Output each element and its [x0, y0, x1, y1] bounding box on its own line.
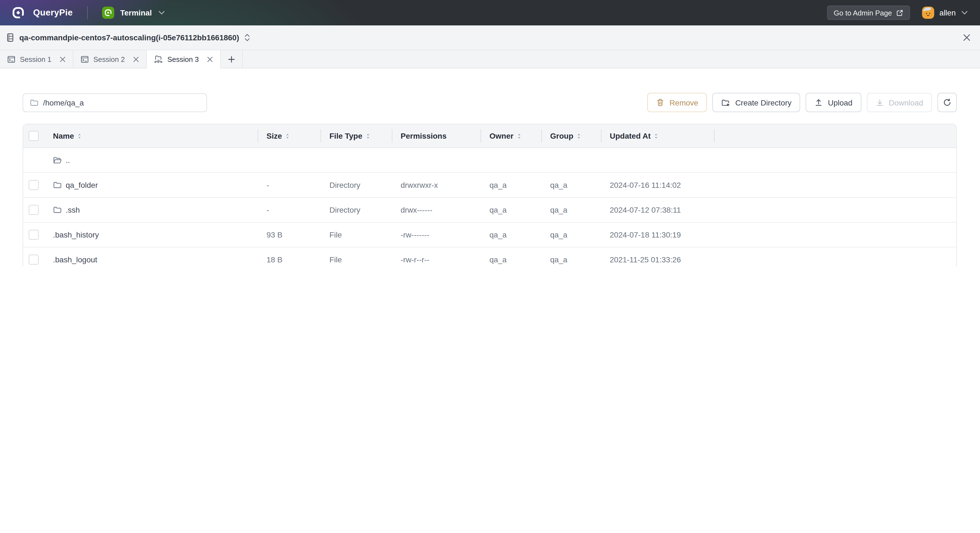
- chevron-down-icon: [158, 11, 165, 15]
- table-header: Name Size File Type Permissions Owner: [23, 124, 956, 148]
- open-folder-icon: [53, 156, 62, 164]
- upload-button[interactable]: Upload: [806, 93, 861, 112]
- user-menu[interactable]: allen: [922, 6, 968, 19]
- sort-icon: [77, 133, 82, 139]
- folder-icon: [30, 98, 39, 107]
- sftp-folder-icon: [154, 55, 163, 64]
- create-directory-button[interactable]: Create Directory: [713, 93, 800, 112]
- file-size: 18 B: [258, 247, 321, 266]
- session-selector-icon[interactable]: [245, 33, 250, 42]
- file-permissions: drwx------: [392, 198, 480, 222]
- select-all-checkbox[interactable]: [29, 131, 39, 141]
- file-name: .bash_logout: [53, 255, 97, 264]
- column-header-file-type[interactable]: File Type: [321, 124, 392, 147]
- sort-icon: [654, 133, 658, 139]
- download-button[interactable]: Download: [867, 93, 932, 112]
- row-checkbox[interactable]: [29, 255, 39, 265]
- file-owner: qa_a: [480, 173, 541, 197]
- table-row[interactable]: .bash_logout 18 B File -rw-r--r-- qa_a q…: [23, 247, 956, 266]
- row-checkbox[interactable]: [29, 230, 39, 240]
- session-host-title: qa-commandpie-centos7-autoscaling(i-05e7…: [19, 33, 239, 42]
- tab-session-2[interactable]: Session 2: [73, 50, 147, 69]
- column-header-owner[interactable]: Owner: [480, 124, 541, 147]
- column-header-updated-at[interactable]: Updated At: [601, 124, 714, 147]
- file-name: qa_folder: [66, 180, 98, 190]
- refresh-icon: [943, 98, 951, 107]
- file-type: File: [321, 247, 392, 266]
- trash-icon: [656, 98, 665, 107]
- tabs-filler: [243, 50, 980, 69]
- brand-name: QueryPie: [33, 8, 73, 18]
- create-directory-label: Create Directory: [735, 98, 792, 107]
- remove-label: Remove: [670, 98, 698, 107]
- upload-icon: [815, 98, 823, 107]
- row-checkbox[interactable]: [29, 180, 39, 190]
- folder-plus-icon: [721, 98, 730, 107]
- file-updated-at: 2024-07-18 11:30:19: [601, 223, 714, 247]
- file-updated-at: 2024-07-12 07:38:11: [601, 198, 714, 222]
- file-updated-at: 2024-07-16 11:14:02: [601, 173, 714, 197]
- file-size: 93 B: [258, 223, 321, 247]
- user-chevron-down-icon: [961, 11, 968, 15]
- table-row-parent-directory[interactable]: ..: [23, 148, 956, 173]
- terminal-window-icon: [7, 55, 16, 63]
- download-icon: [875, 98, 884, 107]
- file-group: qa_a: [541, 247, 601, 266]
- navbar-divider: [87, 6, 88, 19]
- file-type: Directory: [321, 173, 392, 197]
- file-name: .ssh: [66, 206, 80, 214]
- session-tabs-bar: Session 1 Session 2: [0, 50, 980, 69]
- tab-label: Session 3: [167, 55, 199, 63]
- user-name: allen: [939, 8, 956, 17]
- parent-directory-label: ..: [66, 156, 70, 164]
- querypie-logo-icon: [12, 6, 24, 19]
- terminal-window-icon: [81, 55, 89, 63]
- tab-close-icon[interactable]: [207, 56, 213, 62]
- file-permissions: drwxrwxr-x: [392, 173, 480, 197]
- file-size: -: [258, 198, 321, 222]
- upload-label: Upload: [828, 98, 853, 107]
- column-header-permissions: Permissions: [392, 124, 480, 147]
- tab-label: Session 1: [20, 55, 51, 63]
- tab-close-icon[interactable]: [60, 56, 66, 62]
- go-to-admin-page-button[interactable]: Go to Admin Page: [827, 6, 910, 20]
- refresh-button[interactable]: [937, 93, 957, 112]
- sort-icon: [366, 133, 370, 139]
- table-row[interactable]: .bash_history 93 B File -rw------- qa_a …: [23, 223, 956, 247]
- file-size: -: [258, 173, 321, 197]
- top-navbar: QueryPie Terminal Go to Admin Page: [0, 0, 980, 26]
- file-type: File: [321, 223, 392, 247]
- file-owner: qa_a: [480, 223, 541, 247]
- file-toolbar: /home/qa_a Remove: [22, 93, 957, 112]
- sort-icon: [577, 133, 581, 139]
- column-header-name[interactable]: Name: [48, 124, 258, 147]
- file-group: qa_a: [541, 223, 601, 247]
- path-input[interactable]: /home/qa_a: [22, 93, 207, 112]
- sftp-content: /home/qa_a Remove: [0, 93, 980, 266]
- tab-close-icon[interactable]: [133, 56, 139, 62]
- file-owner: qa_a: [480, 198, 541, 222]
- table-row[interactable]: qa_folder - Directory drwxrwxr-x qa_a qa…: [23, 173, 956, 198]
- tab-session-3[interactable]: Session 3: [147, 50, 221, 69]
- add-session-tab-button[interactable]: [221, 50, 243, 69]
- file-type: Directory: [321, 198, 392, 222]
- session-close-icon[interactable]: [963, 34, 970, 41]
- plus-icon: [228, 56, 235, 63]
- server-icon: [6, 33, 14, 42]
- product-name: Terminal: [120, 8, 152, 17]
- file-group: qa_a: [541, 198, 601, 222]
- column-header-group[interactable]: Group: [541, 124, 601, 147]
- table-row[interactable]: .ssh - Directory drwx------ qa_a qa_a 20…: [23, 198, 956, 223]
- remove-button[interactable]: Remove: [648, 93, 707, 112]
- tab-session-1[interactable]: Session 1: [0, 50, 73, 69]
- row-checkbox[interactable]: [29, 205, 39, 215]
- column-header-filler: [714, 124, 956, 147]
- tab-label: Session 2: [93, 55, 125, 63]
- file-group: qa_a: [541, 173, 601, 197]
- column-header-size[interactable]: Size: [258, 124, 321, 147]
- sort-icon: [517, 133, 521, 139]
- product-switcher[interactable]: Terminal: [102, 6, 165, 19]
- external-link-icon: [896, 9, 904, 16]
- file-updated-at: 2021-11-25 01:33:26: [601, 247, 714, 266]
- querypie-terminal-window: QueryPie Terminal Go to Admin Page: [0, 0, 980, 266]
